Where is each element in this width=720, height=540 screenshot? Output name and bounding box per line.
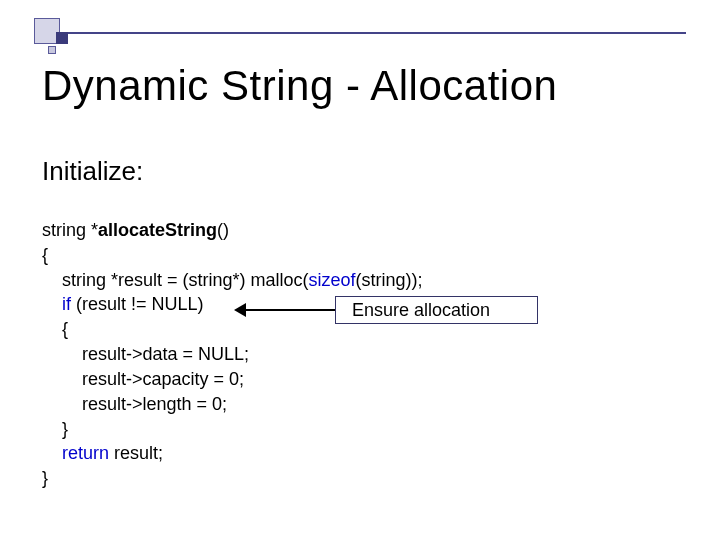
code-line-2: {	[42, 245, 48, 265]
decor-square-small	[48, 46, 56, 54]
header-divider	[68, 32, 686, 34]
slide-subtitle: Initialize:	[42, 156, 143, 187]
code-line-8: result->length = 0;	[42, 394, 227, 414]
callout-arrow-line	[239, 309, 335, 311]
code-line-7: result->capacity = 0;	[42, 369, 244, 389]
code-line-3: string *result = (string*) malloc(sizeof…	[42, 270, 423, 290]
code-line-11: }	[42, 468, 48, 488]
callout-box: Ensure allocation	[335, 296, 538, 324]
code-line-9: }	[42, 419, 68, 439]
code-line-10: return result;	[42, 443, 163, 463]
code-line-1: string *allocateString()	[42, 220, 229, 240]
callout-text: Ensure allocation	[352, 300, 490, 321]
code-line-6: result->data = NULL;	[42, 344, 249, 364]
code-line-5: {	[42, 319, 68, 339]
decor-square-dark	[56, 32, 68, 44]
callout-arrow-head-icon	[234, 303, 246, 317]
slide-title: Dynamic String - Allocation	[42, 62, 557, 110]
code-line-4: if (result != NULL)	[42, 294, 204, 314]
code-block: string *allocateString() { string *resul…	[42, 218, 423, 491]
